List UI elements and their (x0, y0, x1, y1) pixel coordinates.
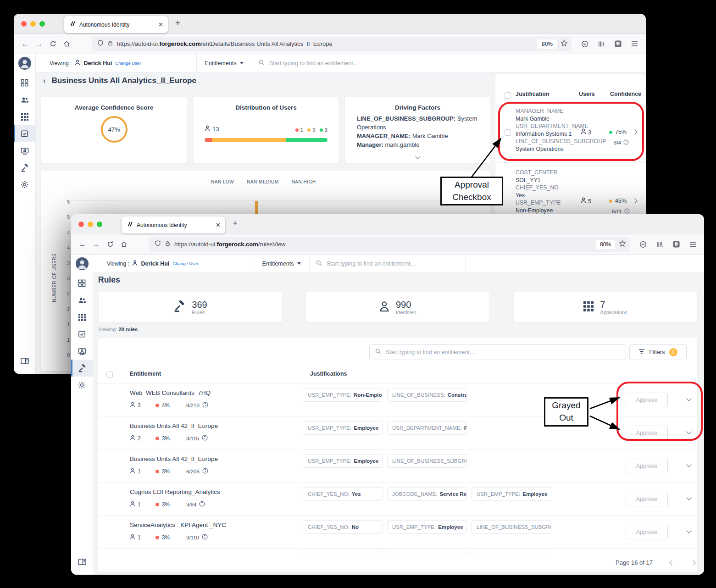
menu-hamburger-icon[interactable] (686, 238, 699, 251)
row-expand-chevron-icon[interactable] (686, 462, 691, 467)
tab-close-icon[interactable]: ✕ (216, 222, 221, 228)
maximize-window-button[interactable] (39, 21, 45, 27)
select-all-checkbox[interactable] (106, 372, 113, 378)
info-icon[interactable] (624, 208, 630, 215)
table-row[interactable]: Web_WEB Consultants_7HQ 3 4% 8/210 USR_E… (98, 383, 697, 416)
browser-tab[interactable]: Autonomous Identity ✕ (122, 216, 225, 233)
forward-icon[interactable]: → (32, 37, 46, 51)
bookmark-star-icon[interactable] (561, 39, 568, 49)
approve-button[interactable]: Approve (626, 459, 668, 473)
extension-shield-icon[interactable] (669, 238, 683, 251)
row-expand-chevron-icon[interactable] (686, 495, 691, 500)
next-page-icon[interactable] (690, 560, 695, 565)
previous-page-icon[interactable] (669, 560, 674, 565)
extension-shield-icon[interactable] (611, 37, 625, 51)
info-icon[interactable] (202, 468, 208, 475)
sidebar-item-rules[interactable] (14, 159, 36, 176)
reload-icon[interactable] (103, 238, 117, 251)
approve-button[interactable]: Approve (626, 525, 668, 539)
library-icon[interactable] (594, 37, 608, 51)
entitlements-dropdown[interactable]: Entitlements (196, 54, 252, 72)
approve-button[interactable]: Approve (626, 393, 668, 407)
approve-button[interactable]: Approve (626, 492, 668, 506)
library-icon[interactable] (653, 238, 666, 251)
approve-button[interactable]: Approve (626, 426, 668, 440)
sidebar-item-identities[interactable] (14, 91, 36, 108)
close-window-button[interactable] (78, 222, 84, 227)
reload-icon[interactable] (46, 37, 60, 51)
approval-checkbox[interactable] (505, 129, 511, 136)
collapse-sidebar-icon[interactable] (14, 352, 36, 369)
back-icon[interactable]: ← (76, 238, 89, 251)
table-row[interactable]: Business Units All 42_II_Europe 1 3% 6/2… (98, 449, 697, 483)
sidebar-item-identities[interactable] (71, 292, 93, 309)
pocket-icon[interactable] (578, 37, 592, 51)
row-expand-chevron-icon[interactable] (686, 429, 691, 434)
global-search[interactable] (310, 255, 466, 272)
table-row[interactable]: ServiceAnalytics : KPI Agent _NYC 1 3% 3… (98, 516, 697, 549)
sidebar-item-dashboard[interactable] (71, 275, 93, 292)
url-bar[interactable]: https://autoid-ui.forgerock.com/rulesVie… (149, 237, 630, 252)
entitlements-dropdown[interactable]: Entitlements (254, 255, 310, 272)
change-user-link[interactable]: Change User (172, 261, 198, 266)
sidebar-item-applications[interactable] (14, 108, 36, 125)
sidebar-item-settings[interactable] (14, 176, 36, 193)
sidebar-item-settings[interactable] (71, 377, 93, 394)
lock-icon[interactable] (165, 240, 171, 249)
pocket-icon[interactable] (636, 238, 650, 251)
tab-close-icon[interactable]: ✕ (158, 22, 163, 28)
entitlements-dropdown-label: Entitlements (262, 261, 294, 267)
justification-row[interactable]: MANAGER_NAME Mark Gamble USR_DEPARTMENT_… (495, 105, 646, 161)
search-input[interactable] (326, 260, 459, 267)
forward-icon[interactable]: → (89, 238, 103, 251)
sidebar-item-certifications[interactable] (71, 343, 93, 360)
back-chevron-icon[interactable]: ‹ (43, 76, 46, 85)
url-bar[interactable]: https://autoid-ui.forgerock.com/entDetai… (92, 37, 572, 51)
filters-button[interactable]: Filters 0 (629, 344, 687, 360)
sidebar-item-applications[interactable] (71, 309, 93, 326)
lock-icon[interactable] (107, 40, 113, 48)
row-expand-chevron-icon[interactable] (686, 396, 691, 401)
back-icon[interactable]: ← (18, 37, 32, 51)
menu-hamburger-icon[interactable] (627, 37, 641, 51)
expand-chevron-icon[interactable] (415, 154, 420, 159)
zoom-level-indicator[interactable]: 80% (596, 240, 615, 249)
zoom-level-indicator[interactable]: 80% (538, 39, 557, 49)
new-tab-button[interactable]: + (175, 18, 180, 28)
close-window-button[interactable] (21, 21, 27, 27)
sidebar-item-entitlements[interactable] (14, 125, 36, 142)
select-all-checkbox[interactable] (505, 92, 511, 99)
row-expand-chevron-icon[interactable] (686, 528, 691, 533)
info-icon[interactable] (202, 435, 208, 442)
table-search[interactable] (369, 344, 626, 360)
sidebar-item-rules[interactable] (71, 360, 93, 377)
user-avatar[interactable] (76, 257, 89, 270)
search-input[interactable] (268, 60, 401, 67)
maximize-window-button[interactable] (97, 222, 102, 227)
bookmark-star-icon[interactable] (619, 240, 626, 249)
global-search[interactable] (252, 54, 408, 72)
sidebar-item-dashboard[interactable] (14, 74, 36, 91)
table-row[interactable]: Cognos EDI Reporting_Analytics 1 3% 3/94… (98, 483, 697, 516)
sidebar-item-entitlements[interactable] (71, 326, 93, 343)
browser-tab[interactable]: Autonomous Identity ✕ (64, 16, 168, 33)
info-icon[interactable] (199, 501, 205, 508)
minimize-window-button[interactable] (30, 21, 36, 27)
minimize-window-button[interactable] (88, 222, 93, 227)
home-icon[interactable] (117, 238, 131, 251)
collapse-sidebar-icon[interactable] (71, 553, 93, 570)
new-tab-button[interactable]: + (233, 218, 238, 228)
info-icon[interactable] (623, 139, 629, 146)
home-icon[interactable] (60, 37, 73, 51)
info-icon[interactable] (202, 402, 208, 409)
shield-permissions-icon[interactable] (97, 39, 104, 48)
table-search-input[interactable] (385, 349, 620, 356)
info-icon[interactable] (202, 534, 208, 541)
sidebar-item-certifications[interactable] (14, 142, 36, 159)
chevron-right-icon[interactable] (632, 129, 637, 134)
table-row[interactable]: Business Units All 42_II_Europe 2 3% 3/1… (98, 416, 697, 449)
chevron-right-icon[interactable] (632, 198, 637, 203)
user-avatar[interactable] (18, 57, 31, 70)
change-user-link[interactable]: Change User (115, 61, 141, 66)
shield-permissions-icon[interactable] (155, 240, 161, 249)
